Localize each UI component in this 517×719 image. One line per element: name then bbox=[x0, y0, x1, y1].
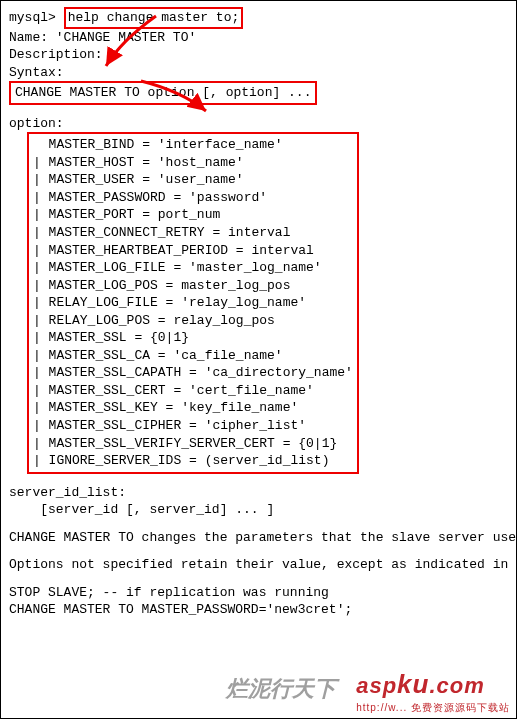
option-line: | MASTER_PORT = port_num bbox=[33, 206, 353, 224]
option-line: | MASTER_HOST = 'host_name' bbox=[33, 154, 353, 172]
option-line: | MASTER_SSL_VERIFY_SERVER_CERT = {0|1} bbox=[33, 435, 353, 453]
prompt: mysql> bbox=[9, 10, 56, 25]
option-line: | RELAY_LOG_POS = relay_log_pos bbox=[33, 312, 353, 330]
option-line: | MASTER_SSL_CAPATH = 'ca_directory_name… bbox=[33, 364, 353, 382]
syntax-line: CHANGE MASTER TO option [, option] ... bbox=[15, 85, 311, 100]
option-list-box: MASTER_BIND = 'interface_name'| MASTER_H… bbox=[27, 132, 359, 473]
paragraph-1: CHANGE MASTER TO changes the parameters … bbox=[9, 529, 508, 547]
option-line: | MASTER_USER = 'user_name' bbox=[33, 171, 353, 189]
option-line: | MASTER_CONNECT_RETRY = interval bbox=[33, 224, 353, 242]
option-line: | MASTER_SSL_CIPHER = 'cipher_list' bbox=[33, 417, 353, 435]
stop-slave-line: STOP SLAVE; -- if replication was runnin… bbox=[9, 584, 508, 602]
option-line: | MASTER_SSL_CA = 'ca_file_name' bbox=[33, 347, 353, 365]
option-line: | MASTER_LOG_FILE = 'master_log_name' bbox=[33, 259, 353, 277]
watermark-brand-text: asp bbox=[356, 673, 397, 698]
watermark-chinese: 烂泥行天下 bbox=[226, 674, 336, 704]
terminal-help-output: mysql> help change master to; Name: 'CHA… bbox=[0, 0, 517, 719]
syntax-box: CHANGE MASTER TO option [, option] ... bbox=[9, 81, 508, 105]
option-label: option: bbox=[9, 115, 508, 133]
watermark-url: http://w... 免费资源源码下载站 bbox=[356, 701, 510, 715]
watermark-brand-k: ku bbox=[397, 669, 429, 699]
change-password-line: CHANGE MASTER TO MASTER_PASSWORD='new3cr… bbox=[9, 601, 508, 619]
option-line: | MASTER_SSL = {0|1} bbox=[33, 329, 353, 347]
syntax-label: Syntax: bbox=[9, 64, 508, 82]
option-line: MASTER_BIND = 'interface_name' bbox=[33, 136, 353, 154]
option-line: | IGNORE_SERVER_IDS = (server_id_list) bbox=[33, 452, 353, 470]
server-id-list-label: server_id_list: bbox=[9, 484, 508, 502]
watermark-brand: aspku.com http://w... 免费资源源码下载站 bbox=[356, 667, 510, 714]
paragraph-2: Options not specified retain their value… bbox=[9, 556, 508, 574]
command-text: help change master to; bbox=[68, 10, 240, 25]
option-line: | MASTER_LOG_POS = master_log_pos bbox=[33, 277, 353, 295]
watermark-brand-com: .com bbox=[429, 673, 484, 698]
command-box: help change master to; bbox=[64, 7, 244, 29]
option-line: | MASTER_PASSWORD = 'password' bbox=[33, 189, 353, 207]
option-line: | MASTER_SSL_KEY = 'key_file_name' bbox=[33, 399, 353, 417]
prompt-line: mysql> help change master to; bbox=[9, 7, 508, 29]
option-line: | MASTER_SSL_CERT = 'cert_file_name' bbox=[33, 382, 353, 400]
option-line: | RELAY_LOG_FILE = 'relay_log_name' bbox=[33, 294, 353, 312]
description-label: Description: bbox=[9, 46, 508, 64]
server-id-list-body: [server_id [, server_id] ... ] bbox=[9, 501, 508, 519]
option-line: | MASTER_HEARTBEAT_PERIOD = interval bbox=[33, 242, 353, 260]
name-line: Name: 'CHANGE MASTER TO' bbox=[9, 29, 508, 47]
